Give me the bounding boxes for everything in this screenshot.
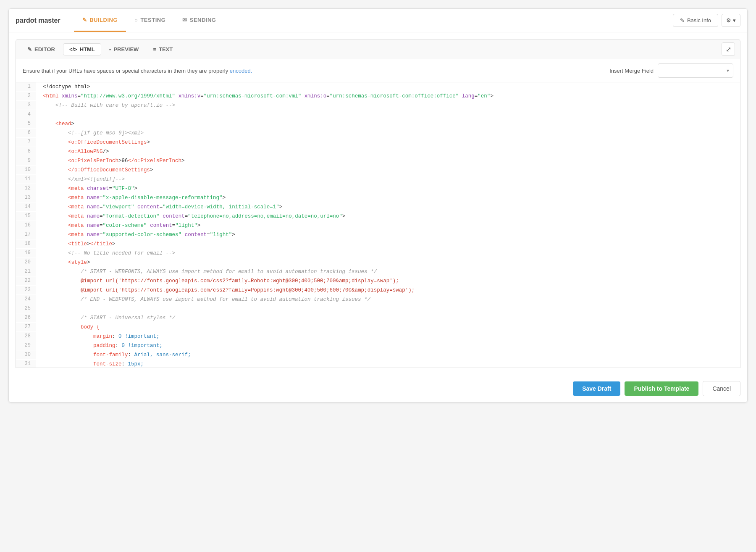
app-title: pardot master <box>16 17 60 24</box>
line-content: /* START - WEBFONTS, ALWAYS use import m… <box>36 267 740 276</box>
line-number: 22 <box>16 276 36 285</box>
code-line-24: 24 /* END - WEBFONTS, ALWAYS use import … <box>16 295 740 304</box>
code-line-1: 1<!doctype html> <box>16 82 740 92</box>
code-line-4: 4 <box>16 110 740 119</box>
line-number: 30 <box>16 350 36 359</box>
line-content: <style> <box>36 258 740 267</box>
code-line-8: 8 <o:AllowPNG/> <box>16 147 740 156</box>
testing-icon: ○ <box>134 17 138 23</box>
code-editor[interactable]: 1<!doctype html>2<html xmlns="http://www… <box>16 82 740 368</box>
expand-icon: ⤢ <box>726 45 731 53</box>
merge-field-area: Insert Merge Field <box>609 63 733 78</box>
text-icon: ≡ <box>153 46 156 53</box>
line-content: <html xmlns="http://www.w3.org/1999/xhtm… <box>36 92 740 101</box>
code-line-14: 14 <meta name="viewport" content="width=… <box>16 202 740 212</box>
line-content: <!--[if gte mso 9]><xml> <box>36 129 740 138</box>
line-content: <o:PixelsPerInch>96</o:PixelsPerInch> <box>36 156 740 166</box>
info-text: Ensure that if your URLs have spaces or … <box>23 68 609 74</box>
chevron-down-icon: ▾ <box>733 17 736 24</box>
line-content: <!-- Built with care by upcraft.io --> <box>36 101 740 110</box>
publish-template-button[interactable]: Publish to Template <box>625 381 698 396</box>
cancel-button[interactable]: Cancel <box>703 381 740 396</box>
footer-bar: Save Draft Publish to Template Cancel <box>9 375 747 402</box>
line-content: <title></title> <box>36 239 740 249</box>
tab-preview-label: PREVIEW <box>113 46 139 53</box>
content-area: ✎ EDITOR </> HTML ▪ PREVIEW ≡ TEXT ⤢ Ens… <box>9 32 747 375</box>
line-content: margin: 0 !important; <box>36 332 740 341</box>
tab-sending[interactable]: ✉ SENDING <box>174 9 224 32</box>
line-content: <head> <box>36 119 740 129</box>
nav-tabs: ✎ BUILDING ○ TESTING ✉ SENDING <box>74 9 225 32</box>
code-line-13: 13 <meta name="x-apple-disable-message-r… <box>16 193 740 202</box>
code-line-29: 29 padding: 0 !important; <box>16 341 740 350</box>
code-line-3: 3 <!-- Built with care by upcraft.io --> <box>16 101 740 110</box>
tab-sending-label: SENDING <box>190 17 216 23</box>
code-line-16: 16 <meta name="color-scheme" content="li… <box>16 221 740 230</box>
line-number: 8 <box>16 147 36 156</box>
code-line-17: 17 <meta name="supported-color-schemes" … <box>16 230 740 239</box>
line-number: 9 <box>16 156 36 165</box>
line-number: 15 <box>16 212 36 221</box>
line-content: padding: 0 !important; <box>36 341 740 350</box>
line-number: 29 <box>16 341 36 350</box>
line-number: 24 <box>16 295 36 304</box>
info-bar: Ensure that if your URLs have spaces or … <box>16 59 740 82</box>
line-content: font-size: 15px; <box>36 360 740 368</box>
line-content: <meta name="x-apple-disable-message-refo… <box>36 193 740 202</box>
code-line-12: 12 <meta charset="UTF-8"> <box>16 184 740 193</box>
save-draft-button[interactable]: Save Draft <box>573 381 620 396</box>
editor-tabs-bar: ✎ EDITOR </> HTML ▪ PREVIEW ≡ TEXT ⤢ <box>16 39 740 59</box>
preview-icon: ▪ <box>109 46 111 53</box>
line-number: 16 <box>16 221 36 230</box>
line-content: @import url('https://fonts.googleapis.co… <box>36 276 740 286</box>
tab-html-label: HTML <box>80 46 95 53</box>
line-content: <o:OfficeDocumentSettings> <box>36 138 740 147</box>
tab-editor[interactable]: ✎ EDITOR <box>21 43 61 55</box>
line-content: @import url('https://fonts.googleapis.co… <box>36 286 740 295</box>
line-content: <meta name="viewport" content="width=dev… <box>36 202 740 212</box>
basic-info-label: Basic Info <box>687 17 711 24</box>
line-content: font-family: Arial, sans-serif; <box>36 350 740 360</box>
basic-info-button[interactable]: ✎ Basic Info <box>673 14 718 27</box>
code-line-18: 18 <title></title> <box>16 239 740 249</box>
tab-preview[interactable]: ▪ PREVIEW <box>103 43 145 55</box>
line-content: <meta charset="UTF-8"> <box>36 184 740 193</box>
line-content: <meta name="color-scheme" content="light… <box>36 221 740 230</box>
expand-button[interactable]: ⤢ <box>722 42 735 56</box>
code-line-30: 30 font-family: Arial, sans-serif; <box>16 350 740 360</box>
code-line-19: 19 <!-- No title needed for email --> <box>16 249 740 258</box>
code-line-31: 31 font-size: 15px; <box>16 360 740 368</box>
line-number: 2 <box>16 92 36 100</box>
merge-field-select[interactable] <box>658 63 733 78</box>
code-line-10: 10 </o:OfficeDocumentSettings> <box>16 166 740 175</box>
tab-html[interactable]: </> HTML <box>63 43 101 55</box>
html-icon: </> <box>69 46 77 53</box>
code-line-6: 6 <!--[if gte mso 9]><xml> <box>16 129 740 138</box>
merge-field-select-wrapper <box>658 63 733 78</box>
app-wrapper: pardot master ✎ BUILDING ○ TESTING ✉ SEN… <box>8 8 748 402</box>
tab-testing[interactable]: ○ TESTING <box>126 9 174 32</box>
line-content <box>36 110 740 119</box>
code-line-9: 9 <o:PixelsPerInch>96</o:PixelsPerInch> <box>16 156 740 166</box>
tab-editor-label: EDITOR <box>34 46 55 53</box>
code-line-15: 15 <meta name="format-detection" content… <box>16 212 740 221</box>
settings-button[interactable]: ⚙ ▾ <box>722 14 740 27</box>
code-line-28: 28 margin: 0 !important; <box>16 332 740 341</box>
code-line-5: 5 <head> <box>16 119 740 129</box>
top-nav: pardot master ✎ BUILDING ○ TESTING ✉ SEN… <box>9 9 747 32</box>
pencil-icon: ✎ <box>680 17 685 24</box>
code-line-2: 2<html xmlns="http://www.w3.org/1999/xht… <box>16 92 740 101</box>
line-number: 27 <box>16 323 36 331</box>
line-number: 14 <box>16 202 36 211</box>
line-number: 19 <box>16 249 36 258</box>
line-number: 21 <box>16 267 36 276</box>
line-number: 31 <box>16 360 36 368</box>
code-line-21: 21 /* START - WEBFONTS, ALWAYS use impor… <box>16 267 740 276</box>
tab-building[interactable]: ✎ BUILDING <box>74 9 126 32</box>
line-content: <!-- No title needed for email --> <box>36 249 740 258</box>
tab-text[interactable]: ≡ TEXT <box>147 43 179 55</box>
gear-icon: ⚙ <box>726 17 731 24</box>
code-line-11: 11 </xml><![endif]--> <box>16 175 740 184</box>
encoded-link[interactable]: encoded. <box>230 68 252 74</box>
code-line-26: 26 /* START - Universal styles */ <box>16 313 740 323</box>
